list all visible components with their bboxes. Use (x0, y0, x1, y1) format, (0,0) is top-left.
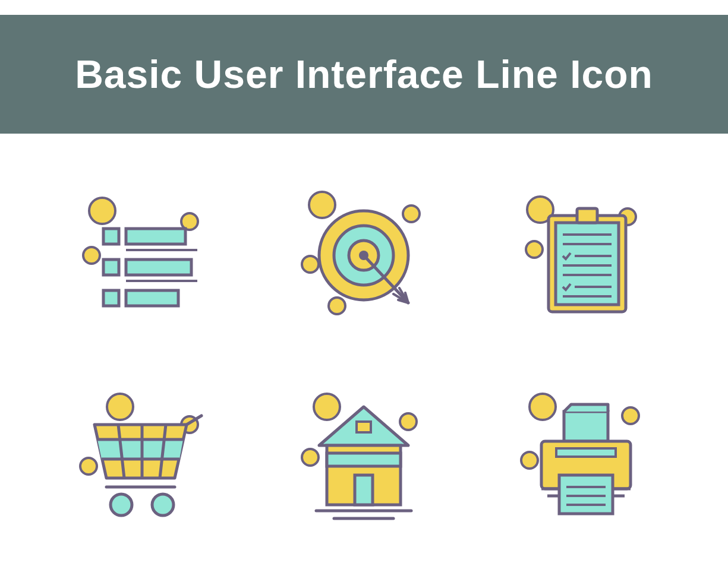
svg-point-42 (111, 494, 132, 515)
svg-rect-10 (126, 290, 178, 306)
svg-point-13 (302, 256, 319, 273)
title-banner: Basic User Interface Line Icon (0, 15, 728, 134)
svg-rect-59 (559, 475, 613, 514)
svg-point-33 (107, 394, 133, 420)
svg-rect-49 (327, 453, 401, 466)
svg-rect-56 (564, 412, 608, 441)
list-icon (48, 169, 242, 347)
svg-point-46 (302, 449, 319, 466)
svg-point-14 (329, 298, 345, 314)
svg-point-54 (622, 407, 639, 424)
svg-rect-58 (556, 448, 616, 457)
svg-rect-9 (103, 290, 119, 306)
svg-rect-4 (126, 229, 185, 244)
svg-point-12 (403, 205, 420, 222)
svg-point-0 (89, 198, 115, 224)
icon-grid (0, 134, 728, 573)
svg-point-44 (314, 394, 340, 420)
target-icon (266, 169, 461, 347)
svg-rect-3 (103, 229, 119, 244)
svg-rect-7 (126, 260, 191, 275)
clipboard-icon (486, 169, 680, 347)
svg-point-22 (526, 241, 543, 258)
svg-point-11 (309, 192, 335, 218)
svg-point-55 (521, 452, 538, 469)
svg-rect-25 (577, 208, 597, 223)
svg-rect-6 (103, 260, 119, 275)
shopping-cart-icon (48, 371, 242, 549)
home-icon (266, 371, 461, 549)
svg-rect-50 (355, 475, 373, 505)
svg-point-35 (80, 458, 97, 475)
svg-point-43 (152, 494, 174, 515)
svg-point-2 (83, 247, 100, 264)
svg-point-45 (400, 413, 417, 430)
svg-rect-47 (357, 422, 371, 432)
svg-point-53 (530, 394, 556, 420)
printer-icon (486, 371, 680, 549)
page-title: Basic User Interface Line Icon (75, 52, 653, 97)
